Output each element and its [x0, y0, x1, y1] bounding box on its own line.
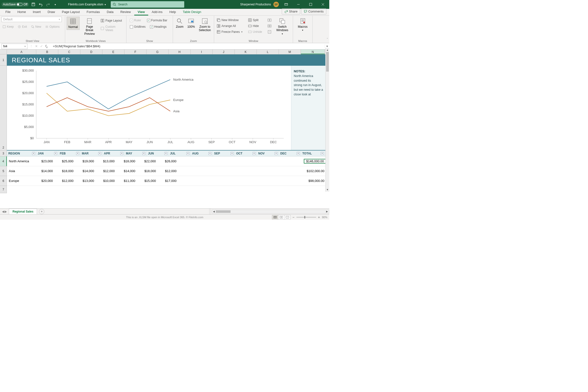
minimize-button[interactable]	[294, 0, 303, 9]
tab-draw[interactable]: Draw	[44, 8, 58, 16]
total-cell[interactable]: $146,000.00	[304, 159, 326, 164]
column-header[interactable]: F	[124, 50, 147, 54]
table-header-cell[interactable]: JAN▾	[36, 150, 58, 156]
column-header[interactable]: K	[235, 50, 257, 54]
undo-icon[interactable]	[38, 2, 44, 7]
filter-dropdown-icon[interactable]: ▾	[32, 152, 35, 155]
data-cell[interactable]: $13,000	[96, 159, 117, 163]
switch-windows-button[interactable]: Switch Windows▾	[275, 17, 290, 36]
tab-file[interactable]: File	[2, 8, 14, 16]
tab-review[interactable]: Review	[117, 8, 134, 16]
scroll-right-icon[interactable]: ▶	[325, 210, 329, 213]
row-header[interactable]: 3	[0, 150, 7, 156]
data-cell[interactable]: $14,000	[34, 169, 55, 173]
data-cell[interactable]: $23,000	[34, 159, 55, 163]
collapse-ribbon-icon[interactable]: ˆ	[327, 38, 328, 41]
fx-icon[interactable]: fx	[45, 44, 49, 48]
table-header-cell[interactable]: AUG▾	[191, 150, 213, 156]
data-cell[interactable]: $14,000	[117, 169, 137, 173]
row-header[interactable]: 2	[0, 66, 7, 150]
column-header[interactable]: A	[7, 50, 36, 54]
page-layout-button[interactable]: Page Layout	[99, 18, 125, 23]
freeze-panes-button[interactable]: Freeze Panes▾	[216, 30, 244, 34]
tab-home[interactable]: Home	[14, 8, 29, 16]
column-header[interactable]: I	[191, 50, 213, 54]
zoom-100-button[interactable]: 100%	[186, 17, 197, 30]
split-button[interactable]: Split	[247, 18, 263, 22]
page-break-view-icon[interactable]	[284, 215, 291, 220]
tab-nav-right-icon[interactable]: ▶	[5, 210, 7, 213]
page-layout-view-icon[interactable]	[278, 215, 285, 220]
table-header-cell[interactable]: OCT▾	[235, 150, 257, 156]
column-header[interactable]: H	[169, 50, 191, 54]
ribbon-display-icon[interactable]	[281, 0, 291, 9]
zoom-slider[interactable]	[296, 217, 316, 218]
redo-icon[interactable]	[45, 2, 51, 7]
expand-formula-icon[interactable]: ▾	[325, 44, 329, 48]
filter-dropdown-icon[interactable]: ▾	[321, 152, 324, 155]
data-cell[interactable]: $11,000	[117, 179, 137, 183]
formula-bar-checkbox[interactable]: ✓Formula Bar	[146, 18, 168, 22]
data-cell[interactable]: $18,000	[117, 159, 137, 163]
column-header[interactable]: N	[301, 50, 325, 54]
scroll-left-icon[interactable]: ◀	[212, 210, 216, 213]
vertical-scrollbar[interactable]: ▲ ▼	[325, 48, 329, 192]
tab-nav-left-icon[interactable]: ◀	[2, 210, 4, 213]
data-cell[interactable]: $18,000	[137, 169, 158, 173]
data-cell[interactable]: $19,000	[75, 159, 96, 163]
table-header-cell[interactable]: MAR▾	[80, 150, 102, 156]
tab-view[interactable]: View	[134, 8, 148, 16]
comments-button[interactable]: Comments	[301, 8, 326, 14]
formula-input[interactable]: =SUM('Regional Sales'!$B4:$M4)	[51, 44, 325, 48]
column-header[interactable]: M	[279, 50, 301, 54]
region-cell[interactable]: Europe	[7, 179, 34, 183]
ruler-checkbox[interactable]: ✓Ruler	[129, 18, 142, 22]
tab-data[interactable]: Data	[103, 8, 117, 16]
options-button[interactable]: Options	[44, 24, 60, 29]
dropdown-icon[interactable]: ⋮	[30, 44, 32, 48]
table-header-cell[interactable]: JUL▾	[169, 150, 191, 156]
column-header[interactable]: C	[58, 50, 80, 54]
filter-dropdown-icon[interactable]: ▾	[120, 152, 123, 155]
filter-dropdown-icon[interactable]: ▾	[297, 152, 300, 155]
table-header-cell[interactable]: NOV▾	[257, 150, 279, 156]
new-window-button[interactable]: New Window	[216, 18, 244, 22]
table-header-cell[interactable]: JUN▾	[147, 150, 169, 156]
data-cell[interactable]: $15,000	[137, 179, 158, 183]
zoom-button[interactable]: Zoom	[174, 17, 185, 30]
add-sheet-button[interactable]: +	[39, 209, 44, 214]
filename[interactable]: FileInfo.com Example.xlsm ▾	[68, 3, 106, 6]
data-cell[interactable]: $20,000	[34, 179, 55, 183]
macros-button[interactable]: Macros▾	[296, 17, 309, 32]
filter-dropdown-icon[interactable]: ▾	[142, 152, 145, 155]
scroll-down-icon[interactable]: ▼	[326, 188, 329, 192]
enter-icon[interactable]: ✓	[40, 44, 43, 48]
filter-dropdown-icon[interactable]: ▾	[209, 152, 211, 155]
total-cell[interactable]: $102,000.00	[304, 169, 326, 173]
new-button[interactable]: New	[30, 24, 42, 29]
data-cell[interactable]: $14,000	[75, 169, 96, 173]
filter-dropdown-icon[interactable]: ▾	[54, 152, 57, 155]
zoom-percent[interactable]: 90%	[322, 216, 327, 219]
sheet-tab-regional-sales[interactable]: Regional Sales	[9, 209, 37, 214]
filter-dropdown-icon[interactable]: ▾	[164, 152, 167, 155]
avatar[interactable]: SP	[274, 2, 279, 7]
horizontal-scrollbar[interactable]: ◀ ▶	[212, 210, 329, 214]
region-cell[interactable]: Asia	[7, 169, 34, 173]
normal-view-button[interactable]: Normal	[67, 17, 80, 30]
name-box[interactable]: N4 ▾	[1, 44, 27, 49]
tab-table-design[interactable]: Table Design	[179, 8, 205, 16]
page-break-button[interactable]: Page Break Preview	[81, 17, 99, 36]
row-header[interactable]: 4	[0, 156, 7, 166]
unhide-button[interactable]: Unhide	[247, 30, 263, 34]
table-header-cell[interactable]: DEC▾	[279, 150, 301, 156]
autosave-toggle[interactable]: AutoSave Off	[1, 2, 29, 6]
row-header[interactable]: 5	[0, 166, 7, 176]
sheet-grid[interactable]: 1 2 3 4 5 6 7 REGIONAL SALES $0$5,000$10…	[0, 54, 329, 193]
save-icon[interactable]	[30, 2, 36, 7]
keep-button[interactable]: Keep	[1, 24, 15, 29]
scroll-thumb[interactable]	[326, 52, 329, 72]
table-header-cell[interactable]: FEB▾	[58, 150, 80, 156]
filter-dropdown-icon[interactable]: ▾	[98, 152, 101, 155]
gridlines-checkbox[interactable]: Gridlines	[129, 24, 147, 29]
